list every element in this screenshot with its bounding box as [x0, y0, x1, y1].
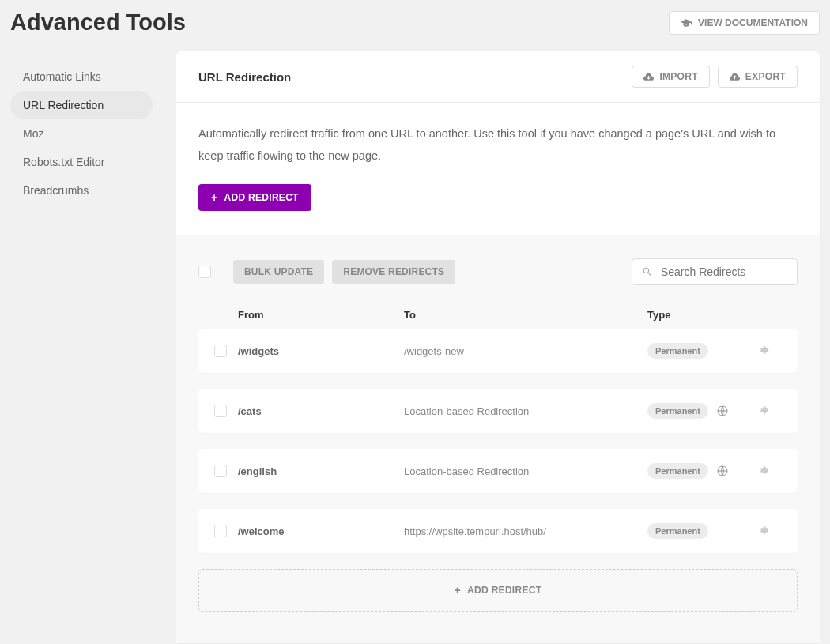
table-row: /englishLocation-based RedirectionPerman… — [198, 449, 798, 493]
row-checkbox[interactable] — [214, 465, 227, 477]
sidebar-item-moz[interactable]: Moz — [10, 119, 153, 148]
row-from: /english — [238, 465, 404, 477]
view-documentation-button[interactable]: VIEW DOCUMENTATION — [669, 11, 820, 35]
row-from: /cats — [238, 405, 404, 417]
cloud-upload-icon — [730, 73, 740, 81]
import-label: IMPORT — [659, 71, 697, 82]
remove-redirects-button[interactable]: REMOVE REDIRECTS — [332, 260, 455, 284]
import-button[interactable]: IMPORT — [632, 66, 709, 88]
gear-icon[interactable] — [758, 525, 769, 536]
add-redirect-button[interactable]: + ADD REDIRECT — [198, 184, 311, 211]
row-type: Permanent — [647, 523, 758, 539]
sidebar-item-breadcrumbs[interactable]: Breadcrumbs — [10, 176, 153, 205]
sidebar-item-automatic-links[interactable]: Automatic Links — [10, 62, 153, 91]
main-card: URL Redirection IMPORT EXPORT Automatica… — [176, 51, 820, 643]
row-checkbox[interactable] — [214, 525, 227, 537]
row-to: Location-based Redirection — [404, 465, 647, 477]
plus-icon: + — [455, 584, 461, 597]
col-header-to: To — [404, 309, 647, 321]
select-all-checkbox[interactable] — [198, 266, 211, 278]
search-icon — [642, 266, 653, 278]
row-to: https://wpsite.tempurl.host/hub/ — [404, 525, 647, 537]
gear-icon[interactable] — [758, 465, 769, 476]
add-redirect-label: ADD REDIRECT — [224, 192, 298, 203]
type-badge: Permanent — [647, 343, 708, 359]
row-checkbox[interactable] — [214, 405, 227, 417]
card-title: URL Redirection — [198, 70, 291, 84]
search-box[interactable] — [632, 258, 798, 285]
gear-icon[interactable] — [758, 345, 769, 356]
table-row: /widgets/widgets-newPermanent — [198, 329, 798, 373]
globe-icon — [716, 465, 729, 477]
table-header: From To Type — [198, 309, 798, 329]
description-text: Automatically redirect traffic from one … — [198, 123, 798, 167]
type-badge: Permanent — [647, 523, 708, 539]
row-to: Location-based Redirection — [404, 405, 647, 417]
sidebar: Automatic Links URL Redirection Moz Robo… — [10, 51, 153, 643]
add-redirect-row[interactable]: + ADD REDIRECT — [198, 569, 798, 612]
table-row: /welcomehttps://wpsite.tempurl.host/hub/… — [198, 509, 798, 553]
col-header-from: From — [238, 309, 404, 321]
row-to: /widgets-new — [404, 345, 647, 357]
row-from: /welcome — [238, 525, 404, 537]
type-badge: Permanent — [647, 463, 708, 479]
row-type: Permanent — [647, 463, 758, 479]
export-label: EXPORT — [745, 71, 786, 82]
sidebar-item-url-redirection[interactable]: URL Redirection — [10, 91, 153, 119]
row-type: Permanent — [647, 343, 758, 359]
plus-icon: + — [211, 192, 217, 203]
search-input[interactable] — [661, 266, 787, 278]
row-from: /widgets — [238, 345, 404, 357]
sidebar-item-robots-txt-editor[interactable]: Robots.txt Editor — [10, 148, 153, 176]
table-row: /catsLocation-based RedirectionPermanent — [198, 389, 798, 433]
row-type: Permanent — [647, 403, 758, 419]
type-badge: Permanent — [647, 403, 708, 419]
globe-icon — [716, 405, 729, 417]
col-header-type: Type — [647, 309, 758, 321]
graduation-cap-icon — [681, 19, 692, 27]
page-title: Advanced Tools — [10, 9, 186, 36]
row-checkbox[interactable] — [214, 345, 227, 357]
add-redirect-row-label: ADD REDIRECT — [467, 585, 541, 596]
gear-icon[interactable] — [758, 405, 769, 416]
doc-button-label: VIEW DOCUMENTATION — [698, 17, 808, 28]
cloud-download-icon — [643, 73, 654, 81]
export-button[interactable]: EXPORT — [718, 66, 798, 88]
bulk-update-button[interactable]: BULK UPDATE — [233, 260, 324, 284]
